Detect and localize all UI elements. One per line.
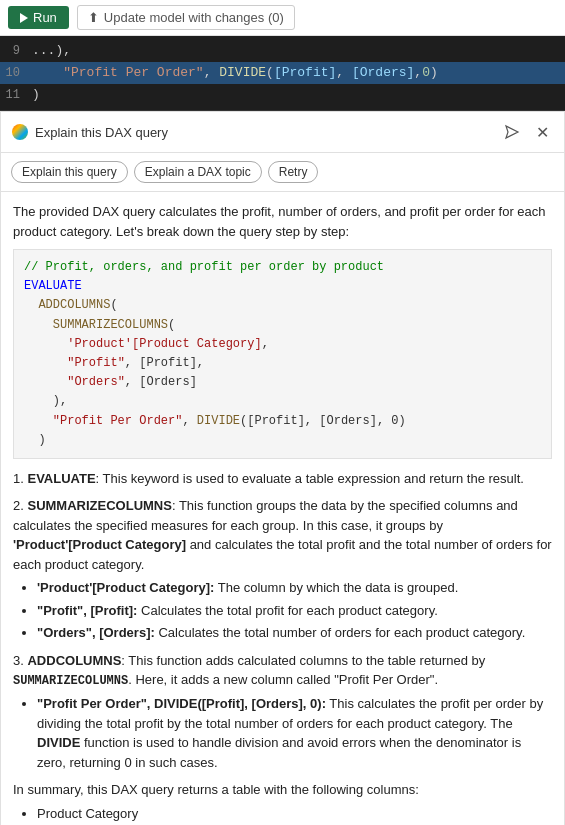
retry-button[interactable]: Retry bbox=[268, 161, 319, 183]
dax-code-block: // Profit, orders, and profit per order … bbox=[13, 249, 552, 459]
run-button[interactable]: Run bbox=[8, 6, 69, 29]
summary-section: In summary, this DAX query returns a tab… bbox=[13, 780, 552, 825]
update-icon: ⬆ bbox=[88, 10, 99, 25]
summary-bullets: Product Category Profit Orders Profit Pe… bbox=[13, 804, 552, 825]
line-number-11: 11 bbox=[0, 85, 32, 105]
run-label: Run bbox=[33, 10, 57, 25]
bullet-profit: "Profit", [Profit]: Calculates the total… bbox=[37, 601, 552, 621]
send-button[interactable] bbox=[500, 120, 524, 144]
summary-intro: In summary, this DAX query returns a tab… bbox=[13, 780, 552, 800]
svg-point-0 bbox=[12, 124, 28, 140]
play-icon bbox=[20, 13, 28, 23]
send-icon bbox=[504, 124, 520, 140]
code-content-11: ) bbox=[32, 85, 565, 105]
ai-panel-header: Explain this DAX query ✕ bbox=[1, 112, 564, 153]
summary-bullet-0: Product Category bbox=[37, 804, 552, 824]
ai-actions-bar: Explain this query Explain a DAX topic R… bbox=[1, 153, 564, 192]
update-model-button[interactable]: ⬆ Update model with changes (0) bbox=[77, 5, 295, 30]
update-label: Update model with changes (0) bbox=[104, 10, 284, 25]
section-addcolumns: 3. ADDCOLUMNS: This function adds calcul… bbox=[13, 651, 552, 773]
code-line-9: 9 ...), bbox=[0, 40, 565, 62]
code-content-10: "Profit Per Order", DIVIDE([Profit], [Or… bbox=[32, 63, 565, 83]
bullet-profit-per-order: "Profit Per Order", DIVIDE([Profit], [Or… bbox=[37, 694, 552, 772]
ai-intro-text: The provided DAX query calculates the pr… bbox=[13, 202, 552, 241]
code-content-9: ...), bbox=[32, 41, 565, 61]
ai-logo-icon bbox=[11, 123, 29, 141]
summarize-bullets: 'Product'[Product Category]: The column … bbox=[13, 578, 552, 643]
explain-dax-topic-button[interactable]: Explain a DAX topic bbox=[134, 161, 262, 183]
line-number-9: 9 bbox=[0, 41, 32, 61]
code-line-11: 11 ) bbox=[0, 84, 565, 106]
section-evaluate: 1. EVALUATE: This keyword is used to eva… bbox=[13, 469, 552, 489]
addcolumns-bullets: "Profit Per Order", DIVIDE([Profit], [Or… bbox=[13, 694, 552, 772]
ai-content-area: The provided DAX query calculates the pr… bbox=[1, 192, 564, 825]
close-icon: ✕ bbox=[536, 123, 549, 142]
section-summarizecolumns: 2. SUMMARIZECOLUMNS: This function group… bbox=[13, 496, 552, 643]
ai-panel-title: Explain this DAX query bbox=[35, 125, 494, 140]
close-button[interactable]: ✕ bbox=[530, 120, 554, 144]
bullet-product-category: 'Product'[Product Category]: The column … bbox=[37, 578, 552, 598]
line-number-10: 10 bbox=[0, 63, 32, 83]
ai-panel: Explain this DAX query ✕ Explain this qu… bbox=[0, 111, 565, 825]
bullet-orders: "Orders", [Orders]: Calculates the total… bbox=[37, 623, 552, 643]
toolbar: Run ⬆ Update model with changes (0) bbox=[0, 0, 565, 36]
code-line-10: 10 "Profit Per Order", DIVIDE([Profit], … bbox=[0, 62, 565, 84]
code-editor: 9 ...), 10 "Profit Per Order", DIVIDE([P… bbox=[0, 36, 565, 111]
explain-query-button[interactable]: Explain this query bbox=[11, 161, 128, 183]
